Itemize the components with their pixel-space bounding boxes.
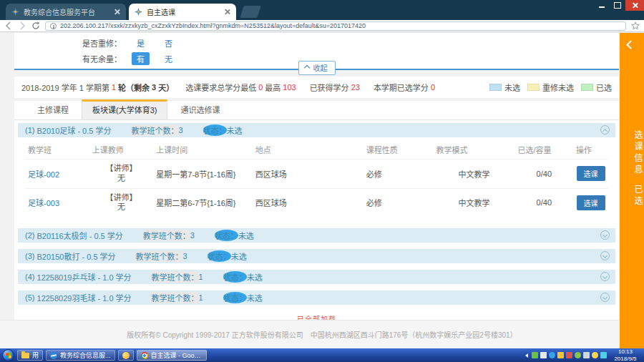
taskbar-button-label: 教务综合信息服... [60, 351, 111, 360]
filter-repeat-option-yes[interactable]: 是 [132, 36, 150, 49]
expand-section-icon[interactable] [600, 251, 610, 260]
class-count-label: 教学班个数： [131, 124, 178, 136]
teacher-title: 【讲师】 [92, 164, 151, 174]
section-header-taijijian[interactable]: (2) B20116太极剑 - 0.5 学分 教学班个数： 3 状态： 未选 [18, 228, 615, 243]
filter-capacity-label: 有无余量： [14, 53, 122, 64]
col-action: 操作 [573, 140, 608, 160]
minimize-icon[interactable] [594, 0, 610, 11]
tray-icon-6[interactable] [575, 352, 581, 358]
tray-icon-9[interactable] [600, 352, 607, 358]
side-panel-selected-label[interactable]: 已选 [620, 185, 644, 207]
expand-section-icon[interactable] [600, 272, 610, 281]
new-tab-button[interactable] [240, 6, 261, 18]
taskbar-button-label: 自主选课 - Goog... [151, 351, 203, 360]
close-tab-icon[interactable] [114, 9, 120, 15]
legend-unselected-label: 未选 [504, 82, 520, 93]
browser-titlebar: 教务综合信息服务平台 自主选课 [0, 0, 644, 20]
collapse-section-icon[interactable] [600, 125, 610, 134]
section-no: (2) [25, 231, 34, 240]
maximize-icon[interactable] [610, 0, 625, 11]
section-header-pingpong[interactable]: (4) 12258019乒乓球 - 1.0 学分 教学班个数： 1 状态： 未选 [18, 270, 615, 284]
section-header-badminton[interactable]: (5) 12258029羽毛球 - 1.0 学分 教学班个数： 1 状态： 未选 [18, 290, 615, 305]
page-info-icon[interactable] [50, 23, 57, 29]
collapse-filter-button[interactable]: 收起 [298, 61, 336, 75]
class-time: 星期一第7-8节{1-16周} [153, 160, 253, 189]
clock-time: 10:13 [609, 348, 642, 356]
class-count-label: 教学班个数： [152, 271, 199, 283]
collapse-label: 收起 [313, 64, 328, 72]
tray-icon-8[interactable] [592, 352, 598, 358]
class-count: 3 [183, 252, 187, 260]
close-window-icon[interactable] [625, 0, 644, 11]
taskbar-folder-button[interactable]: 用 [17, 350, 43, 361]
expand-section-icon[interactable] [600, 230, 610, 240]
side-panel-info-label[interactable]: 选课信息 [620, 130, 644, 176]
taskbar-ie-button[interactable]: 教务综合信息服... [46, 350, 115, 361]
legend-unselected-swatch [489, 84, 502, 91]
filter-repeat-option-no[interactable]: 否 [160, 36, 177, 49]
tray-icon-4[interactable] [557, 352, 564, 358]
filter-capacity-option-none[interactable]: 无 [160, 52, 177, 65]
section-title: B20150散打 - 0.5 学分 [37, 250, 116, 262]
select-course-button[interactable]: 选课 [577, 195, 605, 210]
capacity: 0/40 [515, 188, 574, 217]
round-unit: 轮（剩余 [118, 82, 150, 93]
class-link[interactable]: 足球-002 [28, 170, 59, 179]
browser-tab-portal[interactable]: 教务综合信息服务平台 [6, 4, 126, 20]
taskbar-clock[interactable]: 10:13 2018/9/5 [609, 348, 642, 362]
credit-min: 0 [258, 83, 263, 92]
col-class: 教学班 [25, 140, 89, 160]
days-left: 3 [152, 83, 156, 92]
col-mode: 教学模式 [433, 140, 514, 160]
course-tabs: 主修课程 板块课(大学体育3) 通识选修课 [14, 101, 619, 120]
capacity: 0/40 [515, 160, 574, 189]
status-value: 未选 [247, 292, 263, 303]
select-course-button[interactable]: 选课 [577, 166, 605, 181]
section-header-football[interactable]: (1) B2010足球 - 0.5 学分 教学班个数： 3 状态： 未选 [18, 123, 615, 137]
class-link[interactable]: 足球-003 [28, 199, 59, 207]
class-table: 教学班 上课教师 上课时间 地点 课程性质 教学模式 已选/容量 操作 足球-0… [25, 140, 608, 217]
tray-icon-5[interactable] [566, 352, 572, 358]
tab-pe-block-courses[interactable]: 板块课(大学体育3) [82, 99, 167, 119]
col-nature: 课程性质 [364, 140, 434, 160]
credit-req-label: 选课要求总学分最低 [185, 82, 256, 93]
class-time: 星期二第6-7节{1-16周} [153, 188, 253, 217]
teacher-name: 无 [92, 174, 151, 184]
taskbar-chrome-button[interactable]: 自主选课 - Goog... [137, 350, 207, 361]
address-bar[interactable]: 202.206.100.217/xsxk/zzxkyzb_cxZzxkYzbIn… [45, 21, 626, 31]
taskbar-button-label: 用 [32, 351, 39, 360]
browser-tab-course-select[interactable]: 自主选课 [129, 4, 236, 20]
class-count: 1 [199, 293, 203, 302]
section-header-sanda[interactable]: (3) B20150散打 - 0.5 学分 教学班个数： 3 状态： 未选 [18, 249, 615, 263]
tray-icon-7[interactable] [583, 352, 590, 358]
days-unit: 天） [158, 82, 174, 93]
arrow-left-icon[interactable] [626, 40, 635, 49]
tray-icon-3[interactable] [549, 352, 555, 358]
status-label: 状态： [208, 250, 231, 262]
status-value: 未选 [231, 250, 247, 262]
expand-section-icon[interactable] [600, 293, 610, 302]
filter-panel: 是否重修： 是 否 有无余量： 有 无 收起 [14, 33, 619, 70]
legend-selected-swatch [581, 84, 593, 91]
back-icon[interactable] [4, 21, 13, 30]
bookmark-star-icon[interactable] [631, 21, 640, 30]
legend-retake-label: 重修未选 [542, 82, 574, 93]
load-more-text[interactable]: ......已全部加载...... [18, 313, 615, 320]
start-button[interactable] [2, 349, 14, 361]
taskbar-app-button[interactable] [118, 350, 134, 361]
tab-general-electives[interactable]: 通识选修课 [170, 100, 230, 119]
reload-icon[interactable] [31, 21, 40, 30]
status-value: 未选 [227, 124, 243, 136]
tray-icon-1[interactable] [532, 352, 538, 358]
forward-icon[interactable] [18, 21, 26, 30]
tab-major-courses[interactable]: 主修课程 [27, 100, 79, 119]
filter-capacity-option-has[interactable]: 有 [132, 52, 150, 65]
show-hidden-icons-icon[interactable] [525, 353, 528, 358]
class-place: 西区球场 [253, 188, 364, 217]
class-count-label: 教学班个数： [143, 230, 190, 241]
close-tab-icon[interactable] [224, 9, 230, 15]
section-no: (3) [25, 252, 34, 260]
section-no: (4) [25, 273, 34, 281]
tray-icon-2[interactable] [540, 352, 547, 358]
class-count: 3 [190, 231, 195, 240]
